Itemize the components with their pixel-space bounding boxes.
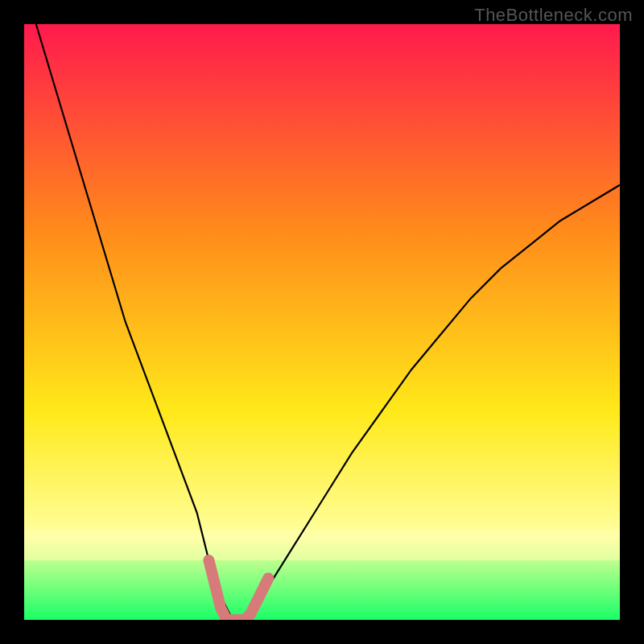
- chart-frame: TheBottleneck.com: [0, 0, 644, 644]
- bottleneck-plot: [24, 24, 620, 620]
- pale-band: [24, 530, 620, 560]
- watermark-text: TheBottleneck.com: [474, 5, 633, 26]
- plot-area: [24, 24, 620, 620]
